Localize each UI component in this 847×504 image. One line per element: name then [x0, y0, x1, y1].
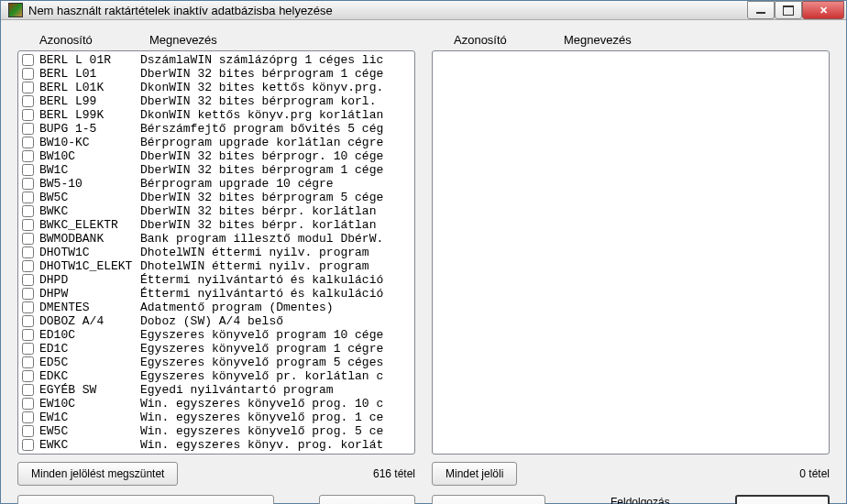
- bottom-left: Idén nem használtak megkeresése Kivesz: [17, 495, 415, 504]
- list-item-checkbox[interactable]: [22, 109, 34, 121]
- right-listbox[interactable]: [432, 50, 830, 455]
- list-item-checkbox[interactable]: [22, 329, 34, 341]
- list-item-id: BERL L99: [39, 94, 140, 108]
- list-item[interactable]: BWKCDberWIN 32 bites bérpr. korlátlan: [20, 204, 412, 218]
- list-item[interactable]: BW10-KCBérprogram upgrade korlátlan cégr…: [20, 136, 412, 149]
- list-item-id: EW10C: [39, 397, 140, 411]
- list-item-checkbox[interactable]: [22, 82, 34, 93]
- list-item-desc: Egyszeres könyvelő program 10 cége: [140, 328, 383, 342]
- list-item-desc: Éttermi nyilvántartó és kalkuláció: [140, 287, 383, 301]
- list-item-id: BWKC_ELEKTR: [39, 218, 140, 232]
- list-item-id: EWKC: [39, 438, 140, 452]
- list-item-id: BERL L01: [39, 67, 140, 81]
- list-item-checkbox[interactable]: [22, 315, 34, 327]
- minimize-button[interactable]: [747, 1, 775, 19]
- list-item-checkbox[interactable]: [22, 68, 34, 80]
- list-item-checkbox[interactable]: [22, 356, 34, 368]
- select-all-button[interactable]: Mindet jelöli: [432, 462, 517, 486]
- list-item-checkbox[interactable]: [22, 247, 34, 258]
- list-item[interactable]: BWKC_ELEKTRDberWIN 32 bites bérpr. korlá…: [20, 218, 412, 232]
- list-item-checkbox[interactable]: [22, 95, 34, 107]
- list-item[interactable]: BERL L01KDkonWIN 32 bites kettős könyv.p…: [20, 81, 412, 94]
- list-item-checkbox[interactable]: [22, 123, 34, 135]
- close-button[interactable]: ✖ Bezárás: [735, 495, 830, 504]
- list-item-id: BWMODBANK: [39, 232, 140, 246]
- maximize-button[interactable]: [775, 1, 802, 19]
- list-item-desc: DberWIN 32 bites bérpr. korlátlan: [140, 218, 376, 232]
- list-item[interactable]: DHPDÉttermi nyilvántartó és kalkuláció: [20, 273, 412, 287]
- list-item-checkbox[interactable]: [22, 178, 34, 190]
- list-item[interactable]: EWKCWin. egyszeres könyv. prog. korlát: [20, 438, 412, 452]
- titlebar: Nem használt raktártételek inaktív adatb…: [1, 1, 846, 20]
- list-item-desc: Bérszámfejtő program bővités 5 cég: [140, 122, 383, 136]
- list-item-checkbox[interactable]: [22, 439, 34, 451]
- list-item[interactable]: BERL L99KDkonWIN kettős könyv.prg korlát…: [20, 108, 412, 122]
- list-item[interactable]: ED5CEgyszeres könyvelő program 5 céges: [20, 356, 412, 369]
- list-item-checkbox[interactable]: [22, 274, 34, 286]
- list-item-checkbox[interactable]: [22, 384, 34, 396]
- list-item[interactable]: DHOTW1CDhotelWIN éttermi nyilv. program: [20, 246, 412, 259]
- list-item-checkbox[interactable]: [22, 54, 34, 66]
- left-headers: Azonosító Megnevezés: [17, 33, 415, 50]
- list-item-id: DOBOZ A/4: [39, 314, 140, 328]
- right-footer: Mindet jelöli 0 tétel: [432, 462, 830, 486]
- list-item[interactable]: BERL L01DberWIN 32 bites bérprogram 1 cé…: [20, 67, 412, 81]
- list-item[interactable]: BERL L99DberWIN 32 bites bérprogram korl…: [20, 94, 412, 108]
- list-item-desc: Egyszeres könyvelő program 1 cégre: [140, 342, 383, 356]
- list-item-desc: DkonWIN kettős könyv.prg korlátlan: [140, 108, 383, 122]
- clear-selection-button[interactable]: Minden jelölést megszüntet: [17, 462, 178, 486]
- list-item[interactable]: BW5CDberWIN 32 bites bérprogram 5 cége: [20, 191, 412, 204]
- list-item[interactable]: BW1CDberWIN 32 bites bérprogram 1 cége: [20, 163, 412, 177]
- list-item[interactable]: EW10CWin. egyszeres könyvelő prog. 10 c: [20, 397, 412, 411]
- list-item-id: BERL L01K: [39, 81, 140, 94]
- list-item[interactable]: DOBOZ A/4Doboz (SW) A/4 belső: [20, 314, 412, 328]
- list-item[interactable]: EW5CWin. egyszeres könyvelő prog. 5 ce: [20, 424, 412, 438]
- list-item-id: ED5C: [39, 356, 140, 369]
- list-item-checkbox[interactable]: [22, 233, 34, 245]
- list-item-desc: Egyedi nyilvántartó program: [140, 383, 334, 397]
- list-item[interactable]: BW5-10Bérprogram upgrade 10 cégre: [20, 177, 412, 191]
- list-item-checkbox[interactable]: [22, 343, 34, 355]
- restore-button[interactable]: Visszaállít: [432, 495, 545, 504]
- list-item[interactable]: DHPWÉttermi nyilvántartó és kalkuláció: [20, 287, 412, 301]
- list-item[interactable]: EDKCEgyszeres könyvelő pr. korlátlan c: [20, 369, 412, 383]
- list-item[interactable]: BUPG 1-5Bérszámfejtő program bővités 5 c…: [20, 122, 412, 136]
- list-item-checkbox[interactable]: [22, 192, 34, 203]
- list-item[interactable]: DHOTW1C_ELEKTDhotelWIN éttermi nyilv. pr…: [20, 259, 412, 273]
- search-unused-button[interactable]: Idén nem használtak megkeresése: [17, 495, 274, 504]
- right-count: 0 tétel: [799, 467, 830, 480]
- list-item-checkbox[interactable]: [22, 260, 34, 272]
- list-item-checkbox[interactable]: [22, 150, 34, 162]
- header-id: Azonosító: [454, 33, 564, 47]
- list-item-checkbox[interactable]: [22, 137, 34, 148]
- list-item[interactable]: EW1CWin. egyszeres könyvelő prog. 1 ce: [20, 411, 412, 424]
- list-item[interactable]: EGYÉB SWEgyedi nyilvántartó program: [20, 383, 412, 397]
- remove-button[interactable]: Kivesz: [319, 495, 415, 504]
- left-footer: Minden jelölést megszüntet 616 tétel: [17, 462, 415, 486]
- close-window-button[interactable]: [802, 1, 844, 19]
- list-item-checkbox[interactable]: [22, 288, 34, 300]
- list-item-checkbox[interactable]: [22, 205, 34, 217]
- list-item-id: BWKC: [39, 204, 140, 218]
- window-title: Nem használt raktártételek inaktív adatb…: [28, 4, 747, 17]
- list-item-checkbox[interactable]: [22, 301, 34, 313]
- list-item-checkbox[interactable]: [22, 425, 34, 437]
- list-item-checkbox[interactable]: [22, 219, 34, 231]
- list-item[interactable]: DMENTESAdatmentő program (Dmentes): [20, 301, 412, 314]
- list-item[interactable]: BERL L 01RDszámlaWIN számlázóprg 1 céges…: [20, 53, 412, 67]
- list-item[interactable]: BW10CDberWIN 32 bites bérprogr. 10 cége: [20, 149, 412, 163]
- list-item-id: BW10C: [39, 149, 140, 163]
- list-item-checkbox[interactable]: [22, 411, 34, 423]
- list-item[interactable]: ED1CEgyszeres könyvelő program 1 cégre: [20, 342, 412, 356]
- list-item-id: DHPD: [39, 273, 140, 287]
- list-item-desc: Bérprogram upgrade 10 cégre: [140, 177, 334, 191]
- list-item-desc: Egyszeres könyvelő program 5 céges: [140, 356, 383, 369]
- content: Azonosító Megnevezés BERL L 01RDszámlaWI…: [1, 20, 846, 504]
- list-item-checkbox[interactable]: [22, 164, 34, 176]
- right-headers: Azonosító Megnevezés: [432, 33, 830, 50]
- list-item-checkbox[interactable]: [22, 398, 34, 410]
- list-item[interactable]: BWMODBANKBank program illesztő modul Dbé…: [20, 232, 412, 246]
- list-item[interactable]: ED10CEgyszeres könyvelő program 10 cége: [20, 328, 412, 342]
- list-item-checkbox[interactable]: [22, 370, 34, 382]
- left-listbox[interactable]: BERL L 01RDszámlaWIN számlázóprg 1 céges…: [17, 50, 415, 455]
